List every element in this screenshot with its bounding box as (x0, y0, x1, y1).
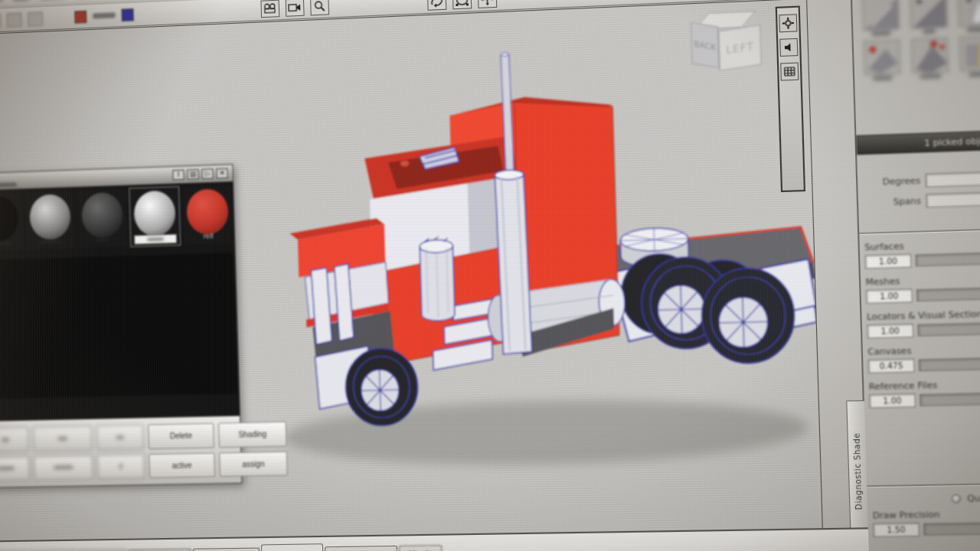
truck-model[interactable] (217, 6, 823, 540)
tab-surface-edit[interactable]: Surface Edit (325, 546, 397, 551)
truck-air-cleaner[interactable] (420, 236, 455, 321)
quality-label: Quality (967, 493, 980, 504)
draw-precision-slider: Draw Precision 1.50 (873, 507, 980, 537)
assign-button[interactable]: assign (219, 451, 288, 477)
palette-button-blurred[interactable] (34, 455, 93, 480)
options-sidebar: Diagnostic Shade 1 picked object(s) (849, 0, 980, 551)
tool-palette-grid (859, 0, 980, 81)
menu-item[interactable] (0, 0, 2, 2)
diagnostic-shade-tab[interactable]: Diagnostic Shade (846, 400, 868, 543)
canvases-slider-track[interactable] (919, 355, 980, 371)
tool-button[interactable] (861, 0, 901, 36)
look-at-icon[interactable] (452, 0, 472, 9)
palette-button-blurred[interactable] (0, 427, 29, 452)
palette-info-icon[interactable]: I (172, 170, 184, 181)
tab-mesh[interactable]: Mesh (398, 545, 442, 551)
delete-button[interactable]: Delete (148, 423, 214, 449)
spans-label: Spans (863, 196, 921, 208)
draw-precision-value-field[interactable]: 1.50 (873, 523, 920, 537)
tool-button-blurred[interactable] (28, 11, 43, 26)
canvases-slider: Canvases 0.475 (867, 341, 980, 373)
grid-icon[interactable] (780, 62, 799, 80)
reference-files-value-field[interactable]: 1.00 (869, 393, 916, 408)
tool-button[interactable] (908, 0, 949, 34)
draw-precision-slider-track[interactable] (923, 521, 980, 536)
locators-value-field[interactable]: 1.00 (867, 324, 913, 339)
menu-item[interactable] (13, 0, 30, 1)
tab-object-edit[interactable]: Object Edit (193, 548, 260, 551)
tab-surfaces[interactable]: Surfaces (261, 543, 324, 551)
meshes-slider-track[interactable] (916, 285, 980, 302)
active-button[interactable]: active (149, 452, 215, 478)
reference-files-slider: Reference Files 1.00 (869, 377, 980, 408)
video-camera-icon[interactable] (286, 0, 305, 16)
palette-title-text-blurred (0, 182, 17, 187)
meshes-value-field[interactable]: 1.00 (866, 289, 913, 304)
zoom-magnifier-icon[interactable] (310, 0, 329, 15)
meshes-slider: Meshes 1.00 (865, 271, 980, 304)
active-color-swatch-red[interactable] (74, 10, 87, 23)
application-window: Click mouse in white name of item to pic… (0, 0, 980, 551)
movie-camera-icon[interactable] (260, 0, 279, 18)
palette-list-icon[interactable]: ▤ (187, 169, 198, 180)
photographed-screen: Click mouse in white name of item to pic… (0, 0, 980, 551)
material-swatch-dark-grey[interactable] (77, 189, 128, 248)
gear-icon[interactable] (779, 14, 797, 32)
material-swatch-light-grey[interactable] (25, 191, 75, 249)
quality-block: Quality Draw Precision 1.50 (872, 491, 980, 545)
multi-lister-window: I ▤ ▷ ✕ (0, 164, 242, 488)
view-cube[interactable]: BACK LEFT (691, 11, 764, 73)
tool-button[interactable] (958, 36, 980, 77)
tool-button[interactable] (956, 0, 980, 32)
locators-slider: Locators & Visual Sections 1.00 (867, 306, 980, 338)
spans-field-1[interactable] (926, 192, 980, 208)
material-swatch-strip: red (0, 185, 233, 251)
surfaces-slider: Surfaces 1.00 (864, 236, 980, 269)
view-cube-right-face[interactable]: LEFT (718, 24, 762, 71)
palette-button-blurred[interactable]: # (97, 454, 145, 479)
pan-view-icon[interactable] (478, 0, 497, 8)
reference-files-slider-track[interactable] (920, 391, 980, 406)
picked-objects-header[interactable]: 1 picked object(s) (856, 128, 980, 155)
tool-button-blurred[interactable] (7, 12, 22, 27)
tool-button-blurred[interactable] (0, 13, 1, 28)
palette-body[interactable] (0, 253, 237, 399)
locators-slider-track[interactable] (917, 320, 980, 336)
toolbar-label-blurred (93, 12, 116, 18)
palette-close-icon[interactable]: ✕ (216, 168, 227, 179)
quality-radio[interactable] (952, 494, 961, 504)
palette-button-blurred[interactable] (33, 425, 93, 452)
palette-expand-icon[interactable]: ▷ (201, 168, 213, 179)
tool-button[interactable] (910, 37, 951, 79)
active-color-swatch-blue[interactable] (121, 8, 133, 21)
material-swatch-black[interactable] (0, 192, 23, 251)
palette-button-bar: Delete Shading # active assign (0, 416, 241, 487)
surfaces-slider-track[interactable] (915, 249, 980, 266)
palette-button-blurred[interactable] (0, 456, 30, 481)
material-swatch-white-selected[interactable] (129, 187, 180, 246)
degrees-label: Degrees (863, 175, 921, 187)
shading-button[interactable]: Shading (218, 422, 287, 448)
degrees-spans-block: Degrees Spans (862, 168, 980, 216)
palette-button-blurred[interactable] (96, 425, 144, 450)
canvases-value-field[interactable]: 0.475 (868, 358, 915, 373)
visibility-sliders: Surfaces 1.00 Meshes 1.00 Locators & Vis… (864, 236, 980, 416)
tool-button[interactable] (861, 40, 902, 81)
degrees-field-1[interactable] (925, 171, 980, 187)
material-swatch-red[interactable]: red (182, 185, 233, 245)
view-cube-left-face[interactable]: BACK (691, 22, 720, 69)
speaker-icon[interactable] (779, 38, 798, 57)
orbit-view-icon[interactable] (427, 0, 446, 10)
shelf-tabs: Curves Curve Edit Object Edit Surfaces S… (0, 542, 443, 551)
surfaces-value-field[interactable]: 1.00 (865, 254, 912, 269)
